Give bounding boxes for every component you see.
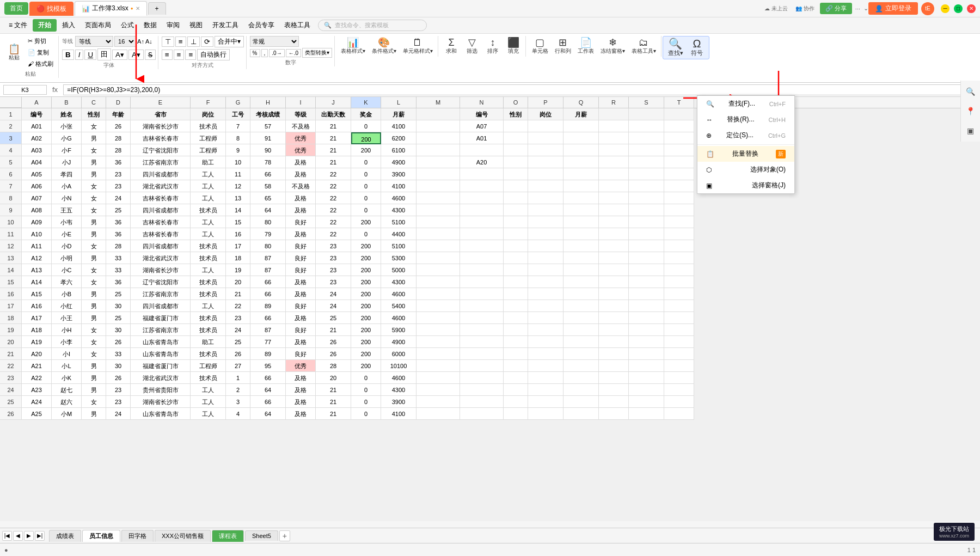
cell-E2[interactable]: 湖南省长沙市 [131, 120, 191, 132]
cell-C1[interactable]: 性别 [82, 108, 106, 120]
cell-D9[interactable]: 25 [106, 204, 131, 216]
cell-R19[interactable] [599, 324, 629, 336]
cell-K21[interactable]: 200 [351, 348, 381, 360]
menu-file[interactable]: ≡ 文件 [4, 19, 32, 32]
cell-M12[interactable] [416, 240, 460, 252]
cell-T12[interactable] [664, 240, 694, 252]
cell-B13[interactable]: 小明 [52, 252, 82, 264]
cell-S6[interactable] [629, 168, 664, 180]
cell-I23[interactable]: 及格 [286, 372, 316, 384]
cell-P7[interactable] [528, 180, 564, 192]
cell-A25[interactable]: A24 [22, 396, 52, 408]
row-num-14[interactable]: 14 [0, 264, 22, 276]
cell-G21[interactable]: 26 [226, 348, 250, 360]
cell-B5[interactable]: 小J [52, 156, 82, 168]
cell-C8[interactable]: 女 [82, 192, 106, 204]
cell-E24[interactable]: 贵州省贵阳市 [131, 384, 191, 396]
cell-O13[interactable] [504, 252, 528, 264]
cell-Q19[interactable] [564, 324, 599, 336]
cell-O22[interactable] [504, 360, 528, 372]
cell-L23[interactable]: 4600 [381, 372, 416, 384]
row-col-btn[interactable]: ⊞ 行和列 [552, 36, 574, 57]
cell-A17[interactable]: A16 [22, 300, 52, 312]
col-header-J[interactable]: J [316, 97, 351, 108]
cell-F2[interactable]: 技术员 [191, 120, 226, 132]
cell-P14[interactable] [528, 264, 564, 276]
sum-btn[interactable]: Σ 求和 [442, 36, 461, 57]
cell-B17[interactable]: 小红 [52, 300, 82, 312]
cell-R13[interactable] [599, 252, 629, 264]
cell-S19[interactable] [629, 324, 664, 336]
cell-S21[interactable] [629, 348, 664, 360]
cell-B23[interactable]: 小K [52, 372, 82, 384]
cell-H22[interactable]: 95 [250, 360, 286, 372]
cell-B24[interactable]: 赵七 [52, 384, 82, 396]
cell-S25[interactable] [629, 396, 664, 408]
cell-E26[interactable]: 山东省青岛市 [131, 408, 191, 420]
cell-I7[interactable]: 不及格 [286, 180, 316, 192]
cell-R5[interactable] [599, 156, 629, 168]
cell-G24[interactable]: 2 [226, 384, 250, 396]
type-convert-btn[interactable]: 类型转换▾ [302, 48, 332, 58]
find-replace-btn[interactable]: 🔍 查找▾ [665, 36, 686, 59]
sheet-tab-grades[interactable]: 成绩表 [49, 530, 81, 542]
cell-N15[interactable] [460, 276, 504, 288]
cell-T6[interactable] [664, 168, 694, 180]
cell-H12[interactable]: 80 [250, 240, 286, 252]
sheet-nav-next[interactable]: ▶ [24, 531, 34, 541]
col-header-M[interactable]: M [416, 97, 460, 108]
cell-P1[interactable]: 岗位 [528, 108, 564, 120]
cell-G3[interactable]: 8 [226, 132, 250, 144]
row-num-9[interactable]: 9 [0, 204, 22, 216]
cell-C18[interactable]: 男 [82, 312, 106, 324]
cell-B18[interactable]: 小王 [52, 312, 82, 324]
cell-E12[interactable]: 四川省成都市 [131, 240, 191, 252]
cell-F13[interactable]: 技术员 [191, 252, 226, 264]
cell-F24[interactable]: 工人 [191, 384, 226, 396]
cell-E21[interactable]: 山东省青岛市 [131, 348, 191, 360]
cell-B9[interactable]: 王五 [52, 204, 82, 216]
cell-K1[interactable]: 奖金 [351, 108, 381, 120]
cell-M16[interactable] [416, 288, 460, 300]
cell-O17[interactable] [504, 300, 528, 312]
cell-O19[interactable] [504, 324, 528, 336]
cell-N12[interactable] [460, 240, 504, 252]
cell-M4[interactable] [416, 144, 460, 156]
align-top-btn[interactable]: ⊤ [162, 36, 174, 47]
cell-G20[interactable]: 25 [226, 336, 250, 348]
cell-J18[interactable]: 25 [316, 312, 351, 324]
cell-N4[interactable] [460, 144, 504, 156]
cell-H7[interactable]: 58 [250, 180, 286, 192]
cell-N14[interactable] [460, 264, 504, 276]
row-num-13[interactable]: 13 [0, 252, 22, 264]
cell-H21[interactable]: 89 [250, 348, 286, 360]
cell-L2[interactable]: 4100 [381, 120, 416, 132]
more-icon[interactable]: ··· [855, 5, 860, 12]
cell-O24[interactable] [504, 384, 528, 396]
maximize-button[interactable]: □ [954, 4, 963, 13]
cell-M19[interactable] [416, 324, 460, 336]
cell-O16[interactable] [504, 288, 528, 300]
cell-Q23[interactable] [564, 372, 599, 384]
auto-wrap-btn[interactable]: 自动换行 [197, 49, 230, 60]
cell-G6[interactable]: 11 [226, 168, 250, 180]
cell-S3[interactable] [629, 132, 664, 144]
menu-start[interactable]: 开始 [33, 19, 57, 32]
cell-H13[interactable]: 87 [250, 252, 286, 264]
cell-J12[interactable]: 23 [316, 240, 351, 252]
cell-F22[interactable]: 工程师 [191, 360, 226, 372]
cell-D7[interactable]: 23 [106, 180, 131, 192]
find-menu-item[interactable]: 🔍 查找(F)... Ctrl+F [697, 96, 794, 112]
cell-P3[interactable] [528, 132, 564, 144]
cell-S9[interactable] [629, 204, 664, 216]
cell-O1[interactable]: 性别 [504, 108, 528, 120]
cell-B3[interactable]: 小G [52, 132, 82, 144]
cell-N17[interactable] [460, 300, 504, 312]
cell-T1[interactable] [664, 108, 694, 120]
row-num-18[interactable]: 18 [0, 312, 22, 324]
cell-T17[interactable] [664, 300, 694, 312]
goto-menu-item[interactable]: ⊕ 定位(S)... Ctrl+G [697, 127, 794, 143]
cell-R23[interactable] [599, 372, 629, 384]
cell-L4[interactable]: 6100 [381, 144, 416, 156]
cell-R6[interactable] [599, 168, 629, 180]
